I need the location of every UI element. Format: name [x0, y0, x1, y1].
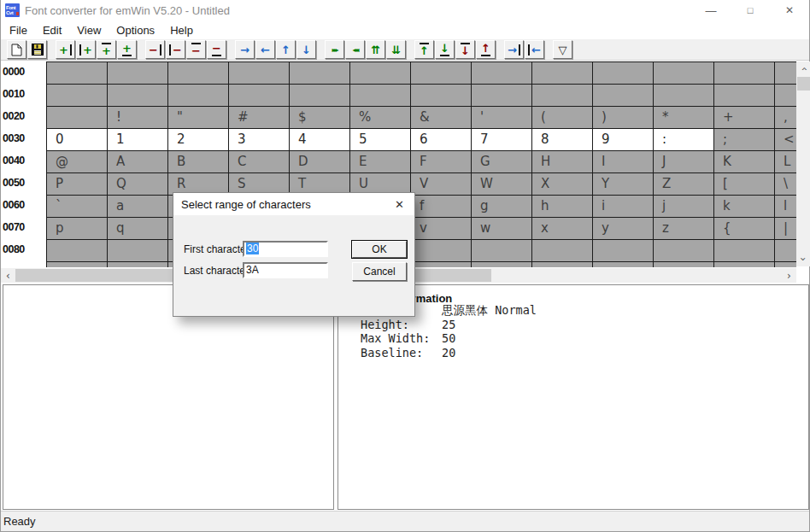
char-cell[interactable]: [531, 84, 593, 107]
toolbar-move-right-button[interactable]: →: [235, 40, 255, 59]
toolbar-shrink-left-button[interactable]: −: [166, 40, 185, 59]
maximize-icon[interactable]: □: [731, 0, 770, 20]
char-cell[interactable]: p: [46, 217, 108, 240]
char-cell[interactable]: !: [107, 106, 168, 129]
char-cell[interactable]: ': [471, 106, 532, 129]
toolbar-snap-right-button[interactable]: →: [504, 40, 524, 59]
char-cell[interactable]: C: [228, 150, 290, 173]
toolbar-align-top-button[interactable]: ↑: [414, 40, 434, 59]
char-cell[interactable]: *: [653, 106, 714, 129]
first-character-input[interactable]: 30: [243, 241, 328, 257]
toolbar-align-bottom-button[interactable]: ↓: [435, 40, 455, 59]
toolbar-grow-bottom-button[interactable]: +: [117, 40, 137, 59]
char-cell[interactable]: [713, 61, 775, 85]
char-cell[interactable]: #: [228, 106, 290, 129]
char-cell[interactable]: j: [653, 195, 714, 218]
char-cell[interactable]: 3: [228, 128, 290, 151]
char-cell[interactable]: %: [349, 106, 411, 129]
char-cell[interactable]: ,: [774, 106, 796, 129]
char-cell[interactable]: i: [592, 195, 654, 218]
char-cell[interactable]: P: [46, 172, 108, 196]
toolbar-save-file-button[interactable]: [27, 40, 47, 59]
char-cell[interactable]: [167, 84, 229, 107]
toolbar-trim-top-button[interactable]: ↓: [455, 40, 475, 59]
char-cell[interactable]: x: [531, 217, 593, 240]
char-cell[interactable]: <: [774, 128, 796, 151]
char-cell[interactable]: B: [167, 150, 229, 173]
char-cell[interactable]: K: [713, 150, 775, 173]
char-cell[interactable]: D: [289, 150, 350, 173]
last-character-input[interactable]: 3A: [243, 262, 328, 278]
char-cell[interactable]: [289, 61, 350, 85]
scroll-up-icon[interactable]: ›: [796, 61, 810, 76]
char-cell[interactable]: A: [107, 150, 168, 173]
char-cell[interactable]: q: [107, 217, 168, 240]
char-cell[interactable]: [107, 84, 168, 107]
char-cell[interactable]: 7: [471, 128, 532, 151]
char-cell[interactable]: E: [349, 150, 411, 173]
char-cell[interactable]: z: [653, 217, 714, 240]
char-cell[interactable]: [471, 61, 532, 85]
char-cell[interactable]: g: [471, 195, 532, 218]
char-cell[interactable]: [774, 261, 796, 267]
char-cell[interactable]: k: [713, 195, 775, 218]
char-cell[interactable]: F: [410, 150, 472, 173]
vertical-scrollbar-thumb[interactable]: [797, 77, 810, 91]
toolbar-snap-left-button[interactable]: ←: [525, 40, 544, 59]
toolbar-move-left-button[interactable]: ←: [255, 40, 275, 59]
vertical-scrollbar[interactable]: › ›: [796, 61, 810, 266]
char-cell[interactable]: (: [531, 106, 593, 129]
toolbar-shrink-right-button[interactable]: −: [145, 40, 165, 59]
toolbar-grow-left-button[interactable]: +: [76, 40, 96, 59]
char-cell[interactable]: {: [713, 217, 775, 240]
char-cell[interactable]: 9: [592, 128, 654, 151]
cancel-button[interactable]: Cancel: [352, 262, 407, 281]
char-cell[interactable]: l: [774, 195, 796, 218]
char-cell[interactable]: 4: [289, 128, 350, 151]
toolbar-shrink-top-button[interactable]: −: [186, 40, 206, 59]
menu-item-options[interactable]: Options: [109, 21, 162, 39]
toolbar-new-file-button[interactable]: [7, 40, 26, 59]
char-cell[interactable]: [592, 261, 654, 267]
char-cell[interactable]: 6: [410, 128, 472, 151]
char-cell[interactable]: ": [167, 106, 229, 129]
char-cell[interactable]: [: [713, 172, 775, 196]
char-cell[interactable]: L: [774, 150, 796, 173]
dialog-close-icon[interactable]: ✕: [395, 193, 404, 215]
char-cell[interactable]: &: [410, 106, 472, 129]
char-cell[interactable]: 2: [167, 128, 229, 151]
ok-button[interactable]: OK: [352, 241, 407, 258]
scroll-right-icon[interactable]: ›: [782, 268, 796, 283]
char-cell[interactable]: $: [289, 106, 350, 129]
dialog-titlebar[interactable]: Select range of characters ✕: [173, 193, 414, 215]
char-cell[interactable]: [653, 239, 714, 262]
char-cell[interactable]: G: [471, 150, 532, 173]
char-cell[interactable]: Z: [653, 172, 714, 196]
char-cell[interactable]: [410, 61, 472, 85]
char-cell[interactable]: [46, 261, 108, 267]
char-cell[interactable]: [228, 84, 290, 107]
char-cell[interactable]: [471, 84, 532, 107]
char-cell[interactable]: [774, 61, 796, 85]
toolbar-move-right-fast-button[interactable]: ▸▸▸: [325, 40, 344, 59]
char-cell[interactable]: 5: [349, 128, 411, 151]
char-cell[interactable]: h: [531, 195, 593, 218]
toolbar-move-up-fast-button[interactable]: ⇈: [366, 40, 385, 59]
char-cell[interactable]: [531, 61, 593, 85]
char-cell[interactable]: J: [653, 150, 714, 173]
char-cell[interactable]: [107, 239, 168, 262]
char-cell[interactable]: [592, 61, 654, 85]
menu-item-help[interactable]: Help: [162, 21, 201, 39]
char-cell[interactable]: [410, 239, 472, 262]
toolbar-move-down-fast-button[interactable]: ⇊: [386, 40, 406, 59]
char-cell[interactable]: [531, 239, 593, 262]
char-cell[interactable]: X: [531, 172, 593, 196]
char-cell[interactable]: 8: [531, 128, 593, 151]
char-cell[interactable]: [713, 239, 775, 262]
char-cell[interactable]: I: [592, 150, 654, 173]
char-cell[interactable]: [410, 261, 472, 267]
scroll-down-icon[interactable]: ›: [796, 252, 810, 266]
char-cell[interactable]: @: [46, 150, 108, 173]
char-cell[interactable]: +: [713, 106, 775, 129]
toolbar-shrink-bottom-button[interactable]: −: [207, 40, 226, 59]
